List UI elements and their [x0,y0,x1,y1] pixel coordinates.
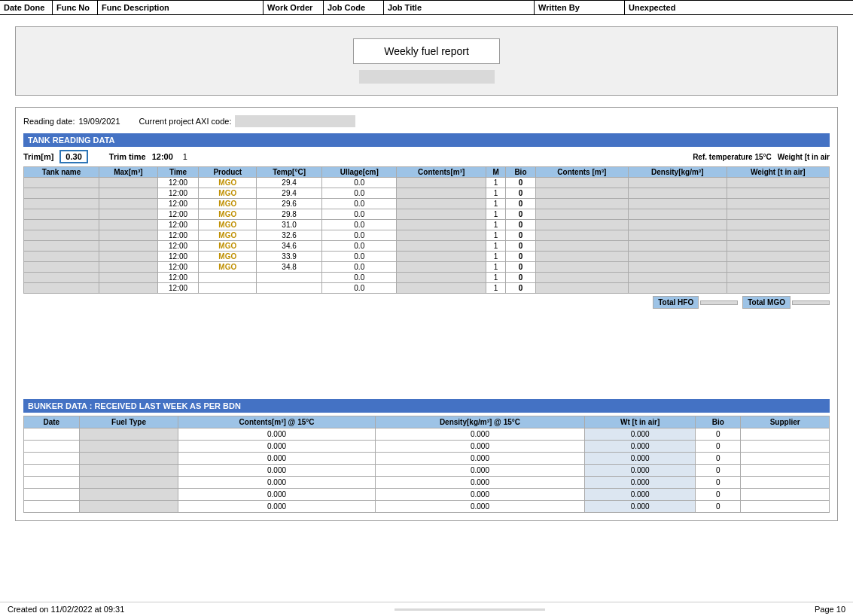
trim-label: Trim[m] [23,152,53,161]
tank-name-cell[interactable] [24,220,99,230]
tank-ref-contents-cell[interactable] [535,283,628,294]
tank-max-cell[interactable] [99,273,158,283]
tank-weight-cell[interactable] [727,252,829,262]
bunker-supplier-val[interactable] [741,428,830,441]
top-header: Date Done Func No Func Description Work … [0,0,853,15]
tank-density-cell[interactable] [628,230,727,241]
tank-density-cell[interactable] [628,199,727,209]
tank-row: 12:00 0.0 1 0 [24,273,830,283]
bunker-date-cell[interactable] [24,501,80,513]
tank-weight-cell[interactable] [727,220,829,230]
bunker-fuel-type-cell[interactable] [79,441,178,453]
tank-contents-cell[interactable] [397,209,486,220]
tank-ref-contents-cell[interactable] [535,220,628,230]
tank-ref-contents-cell[interactable] [535,209,628,220]
bunker-density-val: 0.000 [375,489,585,501]
bunker-supplier-val[interactable] [741,501,830,513]
tank-contents-cell[interactable] [397,262,486,273]
bunker-date-cell[interactable] [24,453,80,465]
tank-ref-contents-cell[interactable] [535,188,628,199]
tank-weight-cell[interactable] [727,188,829,199]
tank-weight-cell[interactable] [727,262,829,273]
tank-name-cell[interactable] [24,273,99,283]
tank-max-cell[interactable] [99,283,158,294]
bunker-supplier-val[interactable] [741,441,830,453]
tank-max-cell[interactable] [99,199,158,209]
tank-name-cell[interactable] [24,209,99,220]
th-temp: Temp[°C] [257,167,322,178]
tank-weight-cell[interactable] [727,209,829,220]
tank-ref-contents-cell[interactable] [535,262,628,273]
bunker-fuel-type-cell[interactable] [79,465,178,477]
tank-max-cell[interactable] [99,241,158,252]
bunker-date-cell[interactable] [24,489,80,501]
tank-density-cell[interactable] [628,188,727,199]
tank-weight-cell[interactable] [727,230,829,241]
bunker-fuel-type-cell[interactable] [79,477,178,489]
report-subtitle-input-1[interactable] [359,70,495,84]
bunker-fuel-type-cell[interactable] [79,489,178,501]
tank-name-cell[interactable] [24,283,99,294]
tank-contents-cell[interactable] [397,283,486,294]
tank-m-cell: 1 [486,220,505,230]
tank-density-cell[interactable] [628,252,727,262]
tank-contents-cell[interactable] [397,178,486,188]
tank-product-cell: MGO [199,220,257,230]
tank-time-cell: 12:00 [157,262,199,273]
tank-weight-cell[interactable] [727,273,829,283]
tank-contents-cell[interactable] [397,273,486,283]
tank-max-cell[interactable] [99,209,158,220]
tank-weight-cell[interactable] [727,199,829,209]
tank-density-cell[interactable] [628,262,727,273]
tank-contents-cell[interactable] [397,188,486,199]
tank-contents-cell[interactable] [397,230,486,241]
tank-ref-contents-cell[interactable] [535,273,628,283]
tank-name-cell[interactable] [24,230,99,241]
axi-input[interactable] [235,115,355,127]
tank-ref-contents-cell[interactable] [535,230,628,241]
bunker-fuel-type-cell[interactable] [79,501,178,513]
tank-ref-contents-cell[interactable] [535,252,628,262]
tank-ref-contents-cell[interactable] [535,178,628,188]
tank-name-cell[interactable] [24,188,99,199]
main-content: Weekly fuel report Reading date: 19/09/2… [0,15,853,540]
bunker-fuel-type-cell[interactable] [79,428,178,441]
tank-max-cell[interactable] [99,220,158,230]
tank-density-cell[interactable] [628,283,727,294]
tank-max-cell[interactable] [99,262,158,273]
tank-density-cell[interactable] [628,220,727,230]
tank-name-cell[interactable] [24,199,99,209]
tank-name-cell[interactable] [24,241,99,252]
tank-density-cell[interactable] [628,273,727,283]
bunker-fuel-type-cell[interactable] [79,453,178,465]
bunker-supplier-val[interactable] [741,489,830,501]
tank-max-cell[interactable] [99,178,158,188]
tank-weight-cell[interactable] [727,283,829,294]
tank-contents-cell[interactable] [397,241,486,252]
tank-max-cell[interactable] [99,230,158,241]
tank-ref-contents-cell[interactable] [535,199,628,209]
bunker-date-cell[interactable] [24,477,80,489]
tank-name-cell[interactable] [24,262,99,273]
tank-weight-cell[interactable] [727,178,829,188]
bunker-section-header: BUNKER DATA : RECEIVED LAST WEEK AS PER … [23,399,830,413]
tank-name-cell[interactable] [24,252,99,262]
tank-density-cell[interactable] [628,241,727,252]
tank-ref-contents-cell[interactable] [535,241,628,252]
bunker-date-cell[interactable] [24,441,80,453]
bunker-date-cell[interactable] [24,465,80,477]
tank-contents-cell[interactable] [397,199,486,209]
tank-weight-cell[interactable] [727,241,829,252]
bunker-supplier-val[interactable] [741,465,830,477]
bunker-supplier-val[interactable] [741,477,830,489]
tank-max-cell[interactable] [99,252,158,262]
tank-contents-cell[interactable] [397,252,486,262]
tank-density-cell[interactable] [628,178,727,188]
bunker-supplier-val[interactable] [741,453,830,465]
th-density: Density[kg/m³] [628,167,727,178]
tank-density-cell[interactable] [628,209,727,220]
tank-name-cell[interactable] [24,178,99,188]
tank-max-cell[interactable] [99,188,158,199]
tank-contents-cell[interactable] [397,220,486,230]
bunker-date-cell[interactable] [24,428,80,441]
